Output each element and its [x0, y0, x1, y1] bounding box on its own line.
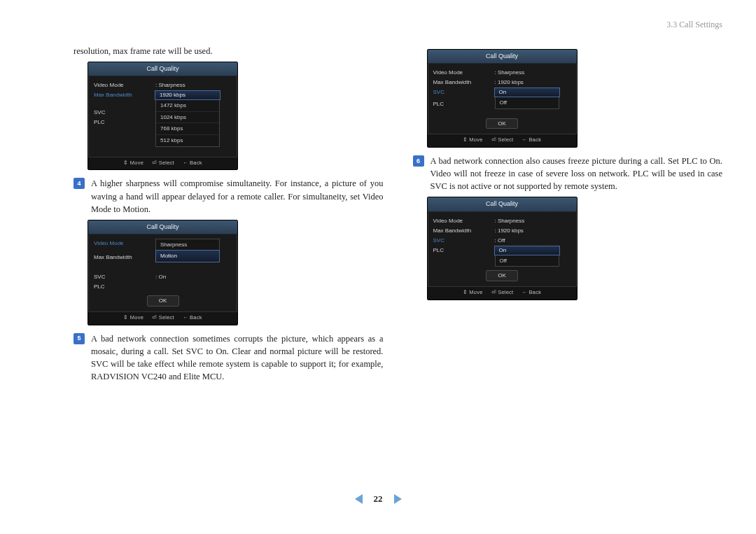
value-max-bandwidth: : 1920 kbps: [495, 227, 571, 235]
dialog-footer: ⇕ Move ⏎ Select ← Back: [88, 157, 237, 170]
label-plc: PLC: [94, 283, 155, 291]
hint-back: ← Back: [183, 160, 202, 166]
hint-move: ⇕ Move: [123, 314, 144, 321]
value-video-mode: : Sharpness: [495, 69, 571, 77]
selected-bandwidth[interactable]: 1920 kbps: [155, 91, 220, 99]
step-text: A higher sharpness will compromise simul…: [91, 177, 384, 215]
step-6: 6 A bad network connection also causes f…: [413, 155, 723, 192]
label-svc: SVC: [433, 237, 495, 245]
label-max-bandwidth: Max Bandwidth: [433, 78, 495, 87]
setting-row: Video Mode : Sharpness: [433, 216, 571, 226]
value-video-mode: : Sharpness: [155, 81, 232, 90]
step-text: A bad network connection also causes fre…: [430, 155, 723, 192]
step-text: A bad network connection sometimes corru…: [91, 332, 384, 384]
dialog-video-mode: Call Quality Video Mode Sharpness Motion…: [88, 220, 238, 325]
page-number: 22: [374, 493, 383, 505]
right-column: Call Quality Video Mode : Sharpness Max …: [413, 45, 723, 478]
dialog-title: Call Quality: [88, 62, 237, 76]
setting-row: PLC: [94, 282, 232, 292]
dialog-footer: ⇕ Move ⏎ Select ← Back: [428, 286, 577, 300]
plc-option[interactable]: Off: [496, 255, 559, 267]
hint-back: ← Back: [522, 289, 541, 295]
setting-row: SVC : On: [94, 272, 232, 282]
left-column: resolution, max frame rate will be used.…: [74, 45, 384, 478]
hint-select: ⏎ Select: [152, 314, 174, 321]
label-plc: PLC: [433, 100, 495, 108]
label-max-bandwidth: Max Bandwidth: [433, 227, 495, 235]
selected-svc[interactable]: On: [495, 88, 559, 97]
step-number-badge: 4: [74, 178, 85, 189]
ok-button[interactable]: OK: [486, 118, 518, 129]
step-number-badge: 5: [74, 333, 85, 344]
video-mode-option[interactable]: Sharpness: [156, 239, 219, 251]
label-svc: SVC: [94, 273, 155, 281]
hint-move: ⇕ Move: [463, 289, 483, 295]
plc-dropdown[interactable]: Off: [495, 255, 559, 267]
label-video-mode: Video Mode: [94, 239, 155, 248]
dialog-plc: Call Quality Video Mode : Sharpness Max …: [427, 197, 578, 300]
continuation-text: resolution, max frame rate will be used.: [74, 45, 384, 57]
value-max-bandwidth: : 1920 kbps: [495, 78, 571, 87]
ok-button[interactable]: OK: [147, 295, 179, 307]
label-svc: SVC: [94, 108, 155, 117]
label-video-mode: Video Mode: [433, 69, 495, 77]
prev-page-icon[interactable]: [355, 494, 363, 504]
hint-select: ⏎ Select: [152, 160, 174, 166]
value-svc: : Off: [495, 237, 571, 245]
label-max-bandwidth: Max Bandwidth: [94, 253, 155, 262]
setting-row: Video Mode : Sharpness: [433, 68, 571, 78]
dialog-title: Call Quality: [88, 220, 237, 234]
hint-select: ⏎ Select: [491, 136, 514, 143]
dialog-bandwidth: Call Quality Video Mode : Sharpness Max …: [88, 62, 238, 170]
hint-back: ← Back: [183, 314, 202, 321]
hint-move: ⇕ Move: [463, 136, 483, 143]
content-columns: resolution, max frame rate will be used.…: [74, 45, 722, 478]
step-number-badge: 6: [413, 155, 424, 167]
step-5: 5 A bad network connection sometimes cor…: [74, 332, 384, 384]
label-max-bandwidth: Max Bandwidth: [94, 91, 155, 99]
page-navigation: 22: [0, 493, 756, 505]
hint-back: ← Back: [522, 136, 541, 143]
dialog-title: Call Quality: [428, 50, 577, 64]
page-section-header: 3.3 Call Settings: [666, 20, 722, 30]
dialog-title: Call Quality: [428, 197, 577, 211]
value-svc: : On: [155, 273, 232, 281]
next-page-icon[interactable]: [394, 494, 402, 504]
step-4: 4 A higher sharpness will compromise sim…: [74, 177, 384, 215]
dialog-footer: ⇕ Move ⏎ Select ← Back: [428, 134, 577, 147]
selected-plc[interactable]: On: [495, 246, 559, 255]
setting-row: Max Bandwidth : 1920 kbps: [433, 226, 571, 236]
label-video-mode: Video Mode: [433, 217, 495, 225]
ok-button[interactable]: OK: [486, 270, 518, 281]
setting-row: SVC : Off: [433, 236, 571, 246]
label-plc: PLC: [433, 246, 495, 255]
hint-select: ⏎ Select: [491, 289, 514, 295]
dialog-footer: ⇕ Move ⏎ Select ← Back: [88, 311, 237, 325]
label-svc: SVC: [433, 88, 495, 97]
setting-row: Video Mode : Sharpness: [94, 80, 232, 90]
label-plc: PLC: [94, 118, 155, 127]
setting-row: Max Bandwidth : 1920 kbps: [433, 78, 571, 87]
value-video-mode: : Sharpness: [495, 217, 571, 225]
dialog-svc: Call Quality Video Mode : Sharpness Max …: [427, 49, 578, 148]
label-video-mode: Video Mode: [94, 81, 155, 90]
hint-move: ⇕ Move: [123, 160, 144, 166]
